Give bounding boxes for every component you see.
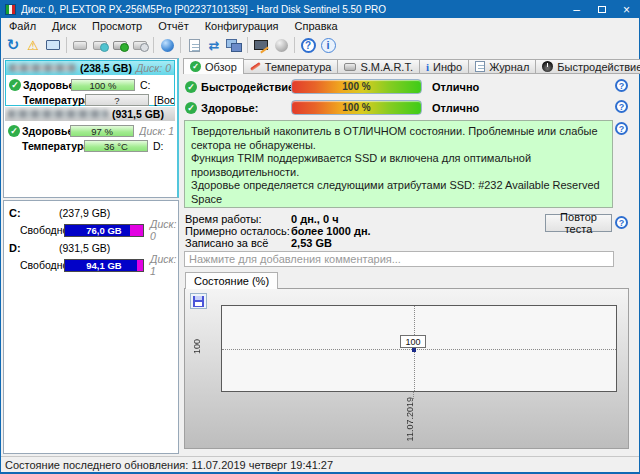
journal-icon <box>475 61 485 72</box>
data-point <box>412 348 416 352</box>
disk-clock-icon[interactable] <box>90 35 110 55</box>
disk-icon[interactable] <box>70 35 90 55</box>
menu-help[interactable]: Справка <box>287 18 346 34</box>
health-label: Здоровье: <box>22 125 70 137</box>
app-icon <box>5 4 16 15</box>
free-space-value: 94,1 GB <box>86 260 121 271</box>
partition-size: (931,5 GB) <box>59 242 110 254</box>
health-row: Здоровье: 100 % Отлично <box>185 100 479 115</box>
disk-name-blurred <box>9 64 76 72</box>
help-icon[interactable] <box>615 79 628 92</box>
menu-configuration[interactable]: Конфигурация <box>197 18 287 34</box>
free-label: Свободно <box>20 259 64 271</box>
tab-label: Обзор <box>205 61 237 73</box>
tab-overview[interactable]: Обзор <box>183 58 244 74</box>
menu-report[interactable]: Отчёт <box>150 18 196 34</box>
minimize-button[interactable]: – <box>564 1 589 18</box>
performance-label: Быстродействие: <box>201 81 291 93</box>
globe-disk-icon[interactable] <box>157 35 177 55</box>
free-label: Свободно <box>20 224 64 236</box>
retest-button[interactable]: Повтор теста <box>545 214 612 232</box>
free-space-bar: 94,1 GB <box>64 259 144 272</box>
warning-icon[interactable] <box>23 35 43 55</box>
assessment-line: Твердотельный накопитель в ОТЛИЧНОМ сост… <box>191 125 606 152</box>
x-axis-date: 11.07.2019 <box>405 397 415 441</box>
partition-panel: C: (237,9 GB) Свободно 76,0 GB Диск: 0 D… <box>3 200 179 454</box>
tab-performance[interactable]: Быстродействие <box>536 59 640 74</box>
disk-list-panel: (238,5 GB) Диск: 0 Здоровье: 100 % C: Те… <box>3 58 179 198</box>
tab-temperature[interactable]: Температура <box>244 59 339 74</box>
report-icon[interactable] <box>184 35 204 55</box>
health-bar: 100 % <box>71 79 135 91</box>
comment-input[interactable] <box>184 251 614 267</box>
help-icon[interactable] <box>615 122 628 135</box>
menu-file[interactable]: Файл <box>1 18 44 34</box>
health-bar: 97 % <box>70 125 134 137</box>
disk-size: (931,5 GB) <box>112 108 164 120</box>
status-chart-panel: 100 100 11.07.2019 <box>184 288 629 449</box>
screenshot-icon[interactable] <box>43 35 63 55</box>
info-icon[interactable] <box>318 35 338 55</box>
toolbar-separator <box>180 37 181 53</box>
check-icon <box>185 81 197 93</box>
title-bar: Диск: 0, PLEXTOR PX-256M5Pro [P022371013… <box>1 1 639 18</box>
disk-entry-0[interactable]: (238,5 GB) Диск: 0 Здоровье: 100 % C: Те… <box>5 60 175 106</box>
thermometer-icon <box>250 61 261 72</box>
maximize-button[interactable] <box>589 1 614 18</box>
disk-name-blurred <box>8 110 108 118</box>
assessment-box: Твердотельный накопитель в ОТЛИЧНОМ сост… <box>184 120 613 208</box>
network-icon[interactable] <box>224 35 244 55</box>
partition-disk-number: Диск: 1 <box>150 253 178 277</box>
menu-view[interactable]: Просмотр <box>84 18 150 34</box>
tab-label: Журнал <box>489 61 529 73</box>
disk-search-icon[interactable] <box>130 35 150 55</box>
stat-label: Время работы: <box>185 213 291 225</box>
tab-bar: Обзор Температура S.M.A.R.T. Инфо Журнал… <box>183 58 640 74</box>
drive-letter: C: <box>140 79 151 91</box>
disk-size: (238,5 GB) <box>80 62 132 74</box>
gauge-icon <box>542 61 553 72</box>
help-icon[interactable] <box>298 35 318 55</box>
help-icon[interactable] <box>615 216 628 229</box>
health-label: Здоровье: <box>201 102 291 114</box>
drive-letter: D: <box>153 140 164 152</box>
disk-check-icon[interactable] <box>110 35 130 55</box>
disk-header: (238,5 GB) Диск: 0 <box>6 61 174 75</box>
assessment-line: Здоровье определяется следующими атрибут… <box>191 179 606 206</box>
free-space-value: 76,0 GB <box>86 225 121 236</box>
tab-info[interactable]: Инфо <box>420 59 469 74</box>
check-icon <box>185 102 197 114</box>
health-status: Отлично <box>432 102 479 114</box>
stat-value: более 1000 дн. <box>291 225 371 237</box>
status-text: Состояние последнего обновления: 11.07.2… <box>5 459 333 471</box>
tab-log[interactable]: Журнал <box>469 59 536 74</box>
partition-entry-c[interactable]: C: (237,9 GB) Свободно 76,0 GB Диск: 0 <box>4 206 178 238</box>
sound-icon[interactable] <box>271 35 291 55</box>
disk-entry-1[interactable]: (931,5 GB) Здоровье: 97 % Диск: 1 Темпер… <box>5 107 175 153</box>
tab-label: Температура <box>265 61 332 73</box>
partition-disk-number: Диск: 0 <box>150 218 178 242</box>
close-button[interactable]: × <box>614 1 639 18</box>
toolbar-separator <box>294 37 295 53</box>
partition-size: (237,9 GB) <box>59 207 110 219</box>
free-space-bar: 76,0 GB <box>64 224 144 237</box>
refresh-icon[interactable] <box>3 35 23 55</box>
menu-disk[interactable]: Диск <box>44 18 84 34</box>
used-segment <box>137 260 143 271</box>
save-chart-button[interactable] <box>190 293 207 309</box>
tab-smart[interactable]: S.M.A.R.T. <box>338 59 420 74</box>
toolbar-separator <box>66 37 67 53</box>
info-icon <box>426 61 429 73</box>
performance-row: Быстродействие: 100 % Отлично <box>185 79 479 94</box>
chart-tab-status[interactable]: Состояние (%) <box>185 272 278 289</box>
performance-meter: 100 % <box>291 79 422 94</box>
remote-desktop-icon[interactable] <box>251 35 271 55</box>
toolbar-separator <box>247 37 248 53</box>
app-window: Диск: 0, PLEXTOR PX-256M5Pro [P022371013… <box>0 0 640 474</box>
dotted-hline <box>222 349 616 350</box>
health-meter: 100 % <box>291 100 422 115</box>
plot-area: 100 <box>221 305 617 392</box>
partition-entry-d[interactable]: D: (931,5 GB) Свободно 94,1 GB Диск: 1 <box>4 241 178 273</box>
help-icon[interactable] <box>615 100 628 113</box>
sync-icon[interactable] <box>204 35 224 55</box>
